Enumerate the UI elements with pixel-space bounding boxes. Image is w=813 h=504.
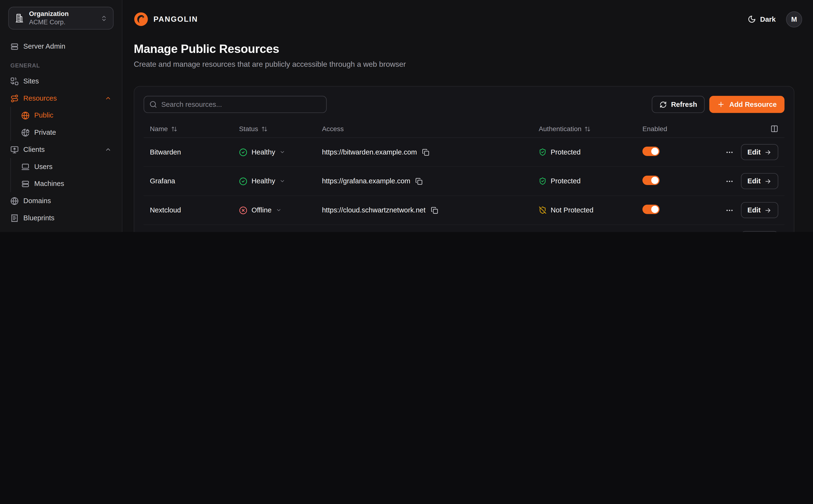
- column-label: Enabled: [643, 125, 667, 133]
- sidebar-item-resources[interactable]: Resources: [8, 90, 114, 107]
- sidebar-item-label: Clients: [23, 146, 45, 154]
- table-toolbar: Refresh Add Resource: [144, 96, 784, 113]
- status-dropdown[interactable]: Healthy: [239, 148, 285, 156]
- edit-button[interactable]: Edit: [741, 231, 778, 232]
- resources-card: Refresh Add Resource NameStatusAccessAut…: [134, 86, 794, 232]
- sidebar-item-label: Blueprints: [23, 214, 55, 222]
- chevrons-up-down-icon: [101, 15, 107, 21]
- sidebar: Organization ACME Corp. Server AdminGENE…: [0, 0, 122, 232]
- refresh-label: Refresh: [671, 101, 697, 108]
- header-actions: [696, 125, 778, 133]
- arrow-up-down-icon: [171, 126, 177, 132]
- sidebar-nav: Server AdminGENERALSitesResourcesPublicP…: [8, 38, 114, 232]
- sidebar-item-public[interactable]: Public: [19, 107, 114, 124]
- server-icon: [10, 42, 19, 51]
- sidebar-item-users[interactable]: Users: [19, 158, 114, 175]
- column-header-name[interactable]: Name: [150, 125, 239, 133]
- sidebar-item-machines[interactable]: Machines: [19, 175, 114, 192]
- sidebar-item-label: Domains: [23, 197, 51, 205]
- theme-toggle[interactable]: Dark: [748, 15, 776, 23]
- edit-button[interactable]: Edit: [741, 202, 778, 218]
- sidebar-item-label: Machines: [34, 180, 64, 188]
- status-label: Offline: [251, 206, 271, 214]
- auth-cell: Protected: [539, 148, 643, 156]
- resource-url: https://cloud.schwartznetwork.net: [322, 206, 426, 214]
- row-menu-button[interactable]: [725, 148, 734, 156]
- add-resource-button[interactable]: Add Resource: [710, 96, 784, 113]
- status-dropdown[interactable]: Healthy: [239, 177, 285, 185]
- sidebar-item-blueprints[interactable]: Blueprints: [8, 209, 114, 226]
- edit-button[interactable]: Edit: [741, 144, 778, 160]
- copy-icon: [431, 206, 438, 214]
- column-label: Status: [239, 125, 258, 133]
- avatar[interactable]: M: [786, 11, 802, 27]
- resource-name: Grafana: [150, 177, 239, 185]
- chevron-up-icon: [105, 146, 111, 153]
- topbar: PANGOLIN Dark M: [123, 0, 813, 38]
- enabled-toggle[interactable]: [643, 147, 660, 156]
- row-actions: Edit: [696, 173, 778, 189]
- ellipsis-icon: [725, 148, 734, 156]
- auth-label: Protected: [551, 177, 581, 185]
- search-box: [144, 96, 326, 113]
- sidebar-item-clients[interactable]: Clients: [8, 141, 114, 158]
- resource-name: Nextcloud: [150, 206, 239, 214]
- resource-url: https://grafana.example.com: [322, 177, 410, 185]
- building-icon: [15, 14, 24, 23]
- main-area: PANGOLIN Dark M Manage Public Resources …: [123, 0, 813, 232]
- sidebar-item-label: Sites: [23, 77, 39, 85]
- enabled-toggle[interactable]: [643, 176, 660, 185]
- server-icon: [21, 180, 30, 188]
- sidebar-item-label: Resources: [23, 94, 57, 102]
- sidebar-item-private[interactable]: Private: [19, 124, 114, 141]
- sidebar-item-domains[interactable]: Domains: [8, 192, 114, 209]
- circle-check-icon: [239, 177, 247, 185]
- sidebar-item-server-admin[interactable]: Server Admin: [8, 38, 114, 55]
- sidebar-item-sites[interactable]: Sites: [8, 72, 114, 90]
- chevron-up-icon: [105, 95, 111, 102]
- enabled-toggle[interactable]: [643, 205, 660, 214]
- status-dropdown[interactable]: Offline: [239, 206, 281, 214]
- toggle-knob: [651, 148, 658, 155]
- columns-toggle-button[interactable]: [771, 125, 778, 133]
- chevron-down-icon: [279, 178, 285, 184]
- access-cell: https://cloud.schwartznetwork.net: [322, 206, 539, 214]
- pangolin-logo-icon: [134, 12, 148, 26]
- ellipsis-icon: [725, 177, 734, 185]
- theme-toggle-label: Dark: [760, 15, 776, 23]
- table-row-grafana: GrafanaHealthyhttps://grafana.example.co…: [144, 167, 784, 196]
- sidebar-item-label: Server Admin: [23, 42, 65, 50]
- circle-check-icon: [239, 148, 247, 156]
- refresh-button[interactable]: Refresh: [652, 96, 705, 113]
- row-actions: Edit: [696, 144, 778, 160]
- copy-url-button[interactable]: [431, 206, 438, 214]
- org-switcher[interactable]: Organization ACME Corp.: [8, 7, 114, 30]
- row-menu-button[interactable]: [725, 177, 734, 185]
- route-icon: [10, 94, 19, 102]
- arrow-up-down-icon: [261, 126, 267, 132]
- subnav-resources: PublicPrivate: [10, 107, 114, 141]
- edit-button[interactable]: Edit: [741, 173, 778, 189]
- arrow-right-icon: [764, 149, 772, 156]
- copy-url-button[interactable]: [422, 149, 429, 156]
- ellipsis-icon: [725, 206, 734, 214]
- column-header-authentication[interactable]: Authentication: [539, 125, 643, 133]
- arrow-right-icon: [764, 177, 772, 185]
- subnav-clients: UsersMachines: [10, 158, 114, 192]
- copy-url-button[interactable]: [416, 177, 423, 185]
- resource-url: https://bitwarden.example.com: [322, 148, 417, 156]
- page-head: Manage Public Resources Create and manag…: [123, 38, 813, 69]
- column-header-status[interactable]: Status: [239, 125, 322, 133]
- auth-cell: Protected: [539, 177, 643, 185]
- search-input[interactable]: [161, 101, 321, 108]
- globe-lock-icon: [21, 128, 30, 137]
- edit-label: Edit: [747, 206, 761, 214]
- brand[interactable]: PANGOLIN: [134, 12, 198, 26]
- app-root: Organization ACME Corp. Server AdminGENE…: [0, 0, 813, 232]
- auth-label: Protected: [551, 148, 581, 156]
- monitor-up-icon: [10, 145, 19, 154]
- section-label-general: GENERAL: [10, 62, 111, 69]
- row-actions: Edit: [696, 202, 778, 218]
- org-switcher-text: Organization ACME Corp.: [29, 10, 69, 27]
- row-menu-button[interactable]: [725, 206, 734, 214]
